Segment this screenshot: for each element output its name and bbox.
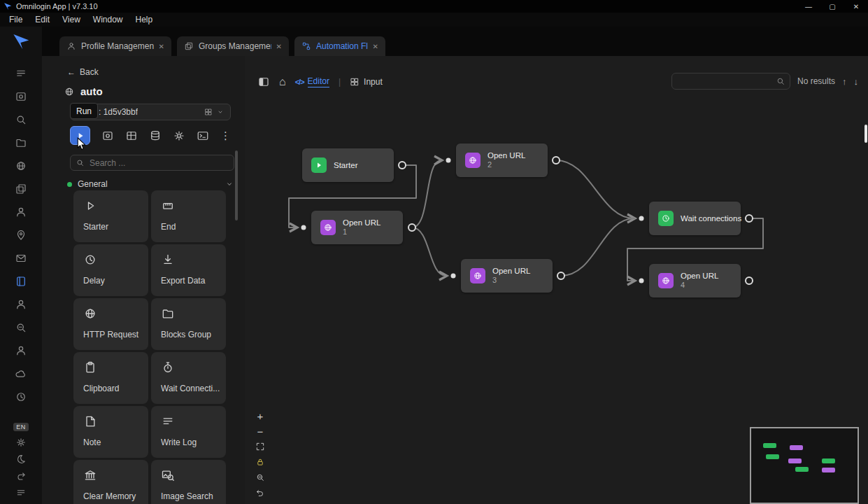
image-search-icon bbox=[161, 468, 226, 482]
input-port[interactable] bbox=[639, 216, 644, 221]
database-icon[interactable] bbox=[149, 130, 162, 142]
console-icon[interactable] bbox=[197, 130, 209, 142]
output-port[interactable] bbox=[399, 162, 406, 169]
output-port[interactable] bbox=[553, 157, 560, 164]
node-starter[interactable]: Starter bbox=[302, 148, 394, 182]
mail-icon[interactable] bbox=[15, 252, 27, 265]
menu-help[interactable]: Help bbox=[129, 13, 159, 27]
zoom-in-icon[interactable]: + bbox=[253, 410, 267, 422]
app-logo-rail[interactable] bbox=[10, 31, 31, 52]
settings-icon[interactable] bbox=[15, 437, 27, 448]
block-http-request[interactable]: HTTP Request bbox=[73, 298, 148, 350]
block-blocks-group[interactable]: Blocks Group bbox=[151, 298, 226, 350]
language-badge[interactable]: EN bbox=[13, 423, 29, 431]
notes-icon[interactable] bbox=[15, 67, 27, 80]
flow-title-row: auto bbox=[64, 85, 103, 97]
section-general[interactable]: General bbox=[67, 179, 234, 189]
flow-canvas[interactable]: ⌂ </> Editor | Input No results ↑ ↓ bbox=[245, 56, 868, 504]
node-open-url-4[interactable]: Open URL 4 bbox=[649, 264, 741, 298]
person-icon bbox=[66, 41, 76, 51]
proxies-globe-icon[interactable] bbox=[15, 160, 27, 172]
node-open-url-3[interactable]: Open URL 3 bbox=[461, 259, 553, 293]
block-wait-connections[interactable]: Wait Connecti... bbox=[151, 352, 226, 404]
minimap-node bbox=[795, 467, 809, 472]
capture-icon[interactable] bbox=[101, 130, 114, 142]
zoom-reset-icon[interactable] bbox=[253, 471, 267, 484]
blocks-search bbox=[70, 155, 234, 171]
block-note[interactable]: Note bbox=[73, 406, 148, 458]
output-port[interactable] bbox=[557, 272, 564, 279]
node-wait-connections[interactable]: Wait connections bbox=[649, 202, 741, 235]
panel-scrollbar[interactable] bbox=[235, 150, 238, 220]
blocks-search-input[interactable] bbox=[70, 155, 234, 171]
more-options-icon[interactable]: ⋮ bbox=[220, 130, 231, 142]
dark-mode-icon[interactable] bbox=[15, 454, 27, 465]
window-title: Omnilogin App | v7.3.10 bbox=[16, 2, 98, 10]
window-scrollbar[interactable] bbox=[865, 125, 867, 143]
add-user-icon[interactable] bbox=[15, 344, 27, 357]
block-end[interactable]: End bbox=[151, 190, 226, 242]
minimap-node bbox=[822, 458, 835, 463]
packages-icon[interactable] bbox=[15, 136, 27, 149]
tab-groups-management[interactable]: Groups Management ✕ bbox=[177, 36, 289, 56]
flow-settings-icon[interactable] bbox=[173, 130, 185, 142]
input-port[interactable] bbox=[639, 279, 644, 284]
fit-view-icon[interactable] bbox=[253, 440, 267, 453]
zoom-out-icon[interactable]: − bbox=[253, 425, 267, 438]
maximize-button[interactable]: ▢ bbox=[820, 0, 844, 13]
inspect-icon[interactable] bbox=[15, 321, 27, 334]
menu-edit[interactable]: Edit bbox=[29, 13, 56, 27]
cloud-sync-icon[interactable] bbox=[15, 368, 27, 380]
menubar: File Edit View Window Help bbox=[0, 13, 868, 27]
tab-automation-flow[interactable]: Automation Flow ✕ bbox=[294, 36, 385, 56]
output-port[interactable] bbox=[746, 277, 753, 284]
chevron-down-icon[interactable] bbox=[225, 179, 234, 189]
node-open-url-1[interactable]: Open URL 1 bbox=[311, 211, 403, 244]
table-view-icon[interactable] bbox=[125, 130, 138, 142]
screens-icon[interactable] bbox=[15, 90, 27, 103]
block-write-log[interactable]: Write Log bbox=[151, 406, 226, 458]
input-port[interactable] bbox=[301, 225, 306, 230]
menu-window[interactable]: Window bbox=[87, 13, 129, 27]
node-open-url-2[interactable]: Open URL 2 bbox=[456, 144, 548, 177]
back-label: Back bbox=[80, 67, 99, 77]
minimize-button[interactable]: — bbox=[797, 0, 820, 13]
refresh-icon[interactable] bbox=[15, 470, 27, 482]
close-tab-icon[interactable]: ✕ bbox=[276, 43, 282, 50]
menu-view[interactable]: View bbox=[56, 13, 87, 27]
back-button[interactable]: ← Back bbox=[67, 67, 99, 77]
location-icon[interactable] bbox=[15, 229, 27, 241]
close-tab-icon[interactable]: ✕ bbox=[373, 43, 378, 50]
block-clear-memory[interactable]: Clear Memory bbox=[73, 460, 148, 504]
profile-search-icon[interactable] bbox=[15, 113, 27, 126]
block-delay[interactable]: Delay bbox=[73, 244, 148, 296]
tab-profile-management[interactable]: Profile Management ✕ bbox=[59, 36, 171, 56]
close-tab-icon[interactable]: ✕ bbox=[159, 43, 164, 50]
automation-icon[interactable] bbox=[15, 275, 27, 288]
block-image-search[interactable]: Image Search bbox=[151, 460, 226, 504]
output-port[interactable] bbox=[408, 224, 415, 231]
node-number: 3 bbox=[492, 276, 530, 286]
undo-icon[interactable] bbox=[253, 486, 267, 499]
window-controls: — ▢ ✕ bbox=[797, 0, 868, 13]
minimap[interactable] bbox=[750, 427, 859, 504]
contacts-icon[interactable] bbox=[15, 298, 27, 311]
block-starter[interactable]: Starter bbox=[73, 190, 148, 242]
block-clipboard[interactable]: Clipboard bbox=[73, 352, 148, 404]
folder-icon bbox=[161, 307, 226, 321]
rail-bottom-cluster: EN bbox=[13, 423, 29, 498]
block-export-data[interactable]: Export Data bbox=[151, 244, 226, 296]
input-port[interactable] bbox=[451, 274, 456, 279]
close-button[interactable]: ✕ bbox=[844, 0, 868, 13]
lock-icon[interactable] bbox=[253, 456, 267, 468]
extensions-icon[interactable] bbox=[15, 183, 27, 195]
input-port[interactable] bbox=[446, 158, 451, 163]
output-port[interactable] bbox=[746, 215, 753, 222]
main-area: ← Back auto 0 : 1d5v3bbf Run bbox=[42, 56, 868, 504]
history-icon[interactable] bbox=[15, 391, 27, 403]
titlebar: Omnilogin App | v7.3.10 — ▢ ✕ bbox=[0, 0, 868, 13]
menu-file[interactable]: File bbox=[3, 13, 29, 27]
node-number: 2 bbox=[488, 160, 525, 170]
teams-icon[interactable] bbox=[15, 206, 27, 218]
menu-list-icon[interactable] bbox=[15, 487, 27, 498]
